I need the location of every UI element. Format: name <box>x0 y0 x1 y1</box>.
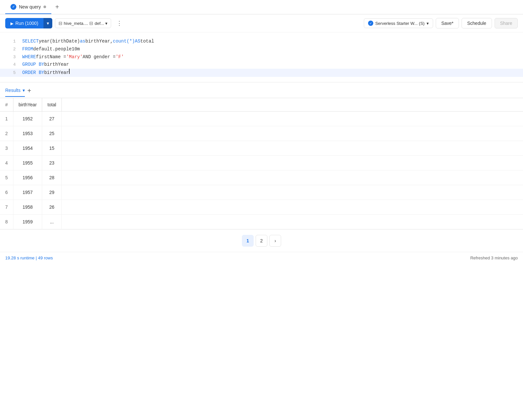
cluster-label: Serverless Starter W... (S) <box>375 21 425 26</box>
code-text: firstName = <box>36 53 66 61</box>
tab-bar: ✓ New query + <box>0 0 523 14</box>
code-line-3: 3WHERE firstName = 'Mary' AND gender = '… <box>0 53 523 61</box>
col-header-num: # <box>0 98 13 112</box>
results-tab[interactable]: Results ▾ <box>5 88 25 97</box>
results-chevron-icon: ▾ <box>23 88 25 93</box>
keyword: WHERE <box>22 53 36 61</box>
status-bar: 19.28 s runtime | 49 rows Refreshed 3 mi… <box>0 252 523 264</box>
birth-year-cell: 1952 <box>13 111 42 126</box>
more-options-button[interactable]: ⋮ <box>114 18 125 29</box>
add-tab-button[interactable]: + <box>51 0 63 14</box>
col-header-empty <box>61 98 523 112</box>
row-number-cell: 3 <box>0 141 13 155</box>
birth-year-cell: 1959 <box>13 214 42 229</box>
table-row: 4195523 <box>0 155 523 170</box>
empty-cell <box>61 214 523 229</box>
row-number-cell: 2 <box>0 126 13 141</box>
keyword: GROUP BY <box>22 61 44 69</box>
schema-label: def... <box>94 21 104 26</box>
code-text: AND gender = <box>83 53 116 61</box>
empty-cell <box>61 111 523 126</box>
total-cell: 23 <box>42 155 61 170</box>
add-result-tab-button[interactable]: + <box>27 87 31 98</box>
code-text: birthYear <box>44 69 69 77</box>
total-cell: 25 <box>42 126 61 141</box>
keyword: SELECT <box>22 38 39 45</box>
catalog-label: hive_meta.... <box>64 21 88 26</box>
schedule-button[interactable]: Schedule <box>462 18 492 28</box>
runtime-info: 19.28 s runtime | 49 rows <box>5 255 53 260</box>
run-label: Run (1000) <box>15 21 38 26</box>
empty-cell <box>61 170 523 185</box>
results-table: # birthYear total 1195227219532531954154… <box>0 98 523 229</box>
total-cell: 15 <box>42 141 61 155</box>
db-chevron-icon: ▾ <box>105 21 108 26</box>
row-number-cell: 5 <box>0 170 13 185</box>
code-editor[interactable]: 1SELECT year(birthDate) as birthYear, co… <box>0 32 523 82</box>
run-dropdown-button[interactable] <box>43 18 52 28</box>
total-cell: 28 <box>42 170 61 185</box>
save-button[interactable]: Save* <box>436 18 459 28</box>
refresh-info: Refreshed 3 minutes ago <box>470 255 518 260</box>
total-cell: 26 <box>42 200 61 214</box>
birth-year-cell: 1956 <box>13 170 42 185</box>
share-button[interactable]: Share <box>495 18 518 28</box>
birth-year-cell: 1958 <box>13 200 42 214</box>
schema-icon: ⊟ <box>89 21 93 26</box>
tab-label: New query <box>19 4 41 9</box>
catalog-selector[interactable]: ⊟ hive_meta.... ⊟ def... ▾ <box>55 18 111 28</box>
table-row: 6195729 <box>0 185 523 200</box>
string-literal: 'Mary' <box>66 53 82 61</box>
birth-year-cell: 1953 <box>13 126 42 141</box>
table-row: 5195628 <box>0 170 523 185</box>
row-number-cell: 1 <box>0 111 13 126</box>
empty-cell <box>61 185 523 200</box>
results-table-wrapper: # birthYear total 1195227219532531954154… <box>0 98 523 229</box>
code-line-5: 5ORDER BY birthYear <box>0 69 523 77</box>
cursor-caret <box>69 69 70 74</box>
code-text: birthYear, <box>85 38 113 45</box>
col-header-birthyear: birthYear <box>13 98 42 112</box>
code-line-2: 2FROM default.people10m <box>0 45 523 53</box>
birth-year-cell: 1955 <box>13 155 42 170</box>
empty-cell <box>61 126 523 141</box>
catalog-icon: ⊟ <box>59 21 62 26</box>
query-tab[interactable]: ✓ New query <box>5 0 51 14</box>
keyword: as <box>80 38 85 45</box>
row-number-cell: 7 <box>0 200 13 214</box>
keyword: FROM <box>22 45 33 53</box>
line-number: 4 <box>5 61 16 68</box>
row-number-cell: 6 <box>0 185 13 200</box>
empty-cell <box>61 200 523 214</box>
run-button-group: Run (1000) <box>5 18 52 28</box>
birth-year-cell: 1957 <box>13 185 42 200</box>
total-cell: 29 <box>42 185 61 200</box>
line-number: 2 <box>5 46 16 53</box>
results-header: Results ▾ + <box>0 82 523 98</box>
results-tab-label: Results <box>5 88 21 93</box>
row-number-cell: 8 <box>0 214 13 229</box>
chevron-down-icon <box>47 21 49 26</box>
birth-year-cell: 1954 <box>13 141 42 155</box>
cluster-selector[interactable]: ✓ Serverless Starter W... (S) ▾ <box>364 18 433 28</box>
page-1-button[interactable]: 1 <box>242 235 254 247</box>
page-next-button[interactable]: › <box>269 235 281 247</box>
code-line-4: 4GROUP BY birthYear <box>0 61 523 69</box>
line-number: 3 <box>5 54 16 61</box>
table-header-row: # birthYear total <box>0 98 523 112</box>
toolbar: Run (1000) ⊟ hive_meta.... ⊟ def... ▾ ⋮ … <box>0 14 523 32</box>
cluster-chevron-icon: ▾ <box>427 21 429 26</box>
line-number: 5 <box>5 69 16 77</box>
total-cell: ... <box>42 214 61 229</box>
keyword: ORDER BY <box>22 69 44 77</box>
table-row: 3195415 <box>0 141 523 155</box>
table-row: 7195826 <box>0 200 523 214</box>
code-line-1: 1SELECT year(birthDate) as birthYear, co… <box>0 38 523 45</box>
pagination: 1 2 › <box>0 229 523 252</box>
total-cell: 27 <box>42 111 61 126</box>
page-2-button[interactable]: 2 <box>256 235 267 247</box>
code-text: total <box>140 38 154 45</box>
tab-check-icon: ✓ <box>10 4 16 10</box>
run-button[interactable]: Run (1000) <box>5 18 43 28</box>
col-header-total: total <box>42 98 61 112</box>
